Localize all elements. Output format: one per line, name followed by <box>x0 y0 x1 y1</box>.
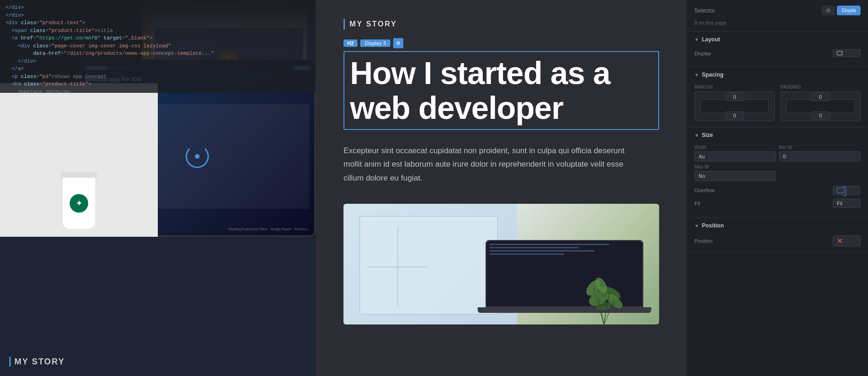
left-panel-top: </div> </div> <div class="product-text">… <box>0 0 316 237</box>
selector-tab-grid[interactable]: ⊞ <box>822 6 835 15</box>
settings-icon-btn[interactable]: ⚙ <box>393 38 403 48</box>
chevron-down-icon-position: ▼ <box>694 223 699 228</box>
tag-badge[interactable]: H2 <box>343 39 357 47</box>
position-section-title: Position <box>702 222 724 229</box>
overflow-value[interactable] <box>833 186 861 195</box>
story-header: MY STORY <box>343 19 659 30</box>
window-scene <box>343 204 659 324</box>
min-w-label: Min W <box>779 145 861 150</box>
overflow-row: Overflow <box>694 186 861 195</box>
padding-bottom-value[interactable]: 0 <box>811 111 830 120</box>
code-editor: </div> </div> <div class="product-text">… <box>0 0 316 93</box>
bottom-image <box>343 204 659 324</box>
plant-svg <box>549 246 659 324</box>
gear-icon: ⚙ <box>396 40 401 46</box>
laptop-screen-bar <box>489 244 609 245</box>
body-text: Excepteur sint occaecat cupidatat non pr… <box>343 144 631 185</box>
selector-tabs: ⊞ Displa <box>822 6 861 15</box>
padding-top-value[interactable]: 0 <box>811 93 830 101</box>
size-section-header[interactable]: ▼ Size <box>687 127 868 142</box>
max-w-value[interactable]: No <box>694 171 776 181</box>
width-item: Width Au <box>694 145 776 162</box>
spacing-section-title: Spacing <box>702 71 724 78</box>
position-section-header[interactable]: ▼ Position <box>687 218 868 233</box>
selector-tab-display[interactable]: Displa <box>837 6 861 15</box>
on-this-page: 9 on this page <box>694 20 861 26</box>
overflow-label: Overflow <box>694 188 714 193</box>
right-panel-body[interactable]: ▼ Layout Display ▼ Spacing MARGIN <box>687 32 868 376</box>
display-row: Display <box>694 49 861 57</box>
spacing-section-header[interactable]: ▼ Spacing <box>687 67 868 82</box>
spacing-section-content: MARGIN 0 0 <box>687 82 868 127</box>
selected-heading-wrapper[interactable]: How I started as a web developer <box>343 51 659 130</box>
plant-container <box>549 246 659 324</box>
padding-label: PADDING <box>780 84 861 90</box>
cup-body: ✦ <box>63 178 95 229</box>
display-block-icon <box>837 51 842 55</box>
size-section-content: Width Au Min W 0 Max W No <box>687 142 868 218</box>
cup-container: ✦ <box>16 91 142 229</box>
margin-top-value[interactable]: 0 <box>725 93 744 101</box>
main-heading: How I started as a web developer <box>350 56 653 125</box>
my-story-label-left: MY STORY <box>9 357 306 367</box>
position-label: Position <box>694 238 713 244</box>
width-label: Width <box>694 145 776 150</box>
window-bars <box>367 227 428 306</box>
chevron-down-icon-size: ▼ <box>694 133 699 138</box>
selector-label: Selector <box>694 7 715 14</box>
element-toolbar: H2 Display 3 ⚙ <box>343 38 659 48</box>
fit-value[interactable]: Fil <box>833 199 861 208</box>
left-panel: </div> </div> <div class="product-text">… <box>0 0 316 376</box>
main-content: MY STORY H2 Display 3 ⚙ How I started as… <box>316 0 687 376</box>
starbucks-logo: ✦ <box>70 194 88 213</box>
right-panel: Selector ⊞ Displa 9 on this page ▼ Layou… <box>687 0 868 376</box>
position-value[interactable]: ✕ <box>833 235 861 246</box>
chevron-down-icon: ▼ <box>694 37 699 42</box>
tablet-circle-graphic <box>186 145 209 168</box>
min-w-value[interactable]: 0 <box>779 151 861 162</box>
max-w-item: Max W No <box>694 164 776 181</box>
display-label: Display <box>694 51 711 56</box>
margin-label: MARGIN <box>694 84 775 90</box>
story-title-main: MY STORY <box>350 20 397 28</box>
starbucks-star-icon: ✦ <box>76 198 83 208</box>
size-section-title: Size <box>702 132 713 138</box>
grid-icon: ⊞ <box>826 7 830 13</box>
selector-row: Selector ⊞ Displa <box>694 6 861 15</box>
story-text-left: MY STORY <box>14 357 65 367</box>
width-value[interactable]: Au <box>694 151 776 162</box>
position-section-content: Position ✕ <box>687 233 868 253</box>
position-row: Position ✕ <box>694 235 861 246</box>
story-slash-icon <box>9 357 11 367</box>
overflow-icon <box>837 188 844 193</box>
layout-section-content: Display <box>687 46 868 67</box>
fit-row: Fit Fil <box>694 199 861 208</box>
right-panel-header: Selector ⊞ Displa 9 on this page <box>687 0 868 32</box>
story-slash-main <box>343 19 345 30</box>
x-icon: ✕ <box>837 237 842 245</box>
fit-label: Fit <box>694 201 700 206</box>
window-bar-vertical <box>397 227 398 306</box>
display-tab-label: Displa <box>842 7 856 13</box>
layout-section-header[interactable]: ▼ Layout <box>687 32 868 46</box>
size-grid: Width Au Min W 0 Max W No <box>694 145 861 181</box>
display-value[interactable] <box>833 49 861 57</box>
window-frame <box>359 216 498 315</box>
max-w-label: Max W <box>694 164 776 169</box>
left-panel-bottom: MY STORY <box>0 237 316 376</box>
display-badge[interactable]: Display 3 <box>360 39 390 47</box>
min-w-item: Min W 0 <box>779 145 861 162</box>
layout-section-title: Layout <box>702 36 720 43</box>
margin-bottom-value[interactable]: 0 <box>725 111 744 120</box>
chevron-down-icon-spacing: ▼ <box>694 72 699 78</box>
starbucks-image: ✦ <box>0 83 158 237</box>
